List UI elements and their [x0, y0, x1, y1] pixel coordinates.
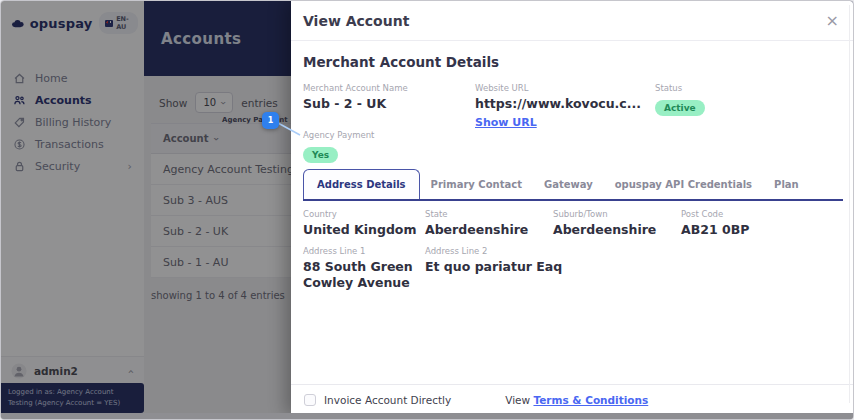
field-status: Status Active: [655, 83, 705, 116]
tab-gateway[interactable]: Gateway: [533, 171, 604, 199]
invoice-directly-label: Invoice Account Directly: [324, 394, 451, 406]
close-icon[interactable]: ×: [826, 13, 839, 29]
field-merchant-account-name: Merchant Account Name Sub - 2 - UK: [303, 83, 408, 111]
merchant-fields: Merchant Account Name Sub - 2 - UK Websi…: [303, 83, 843, 169]
field-value: AB21 0BP: [681, 222, 749, 237]
drawer-header: View Account ×: [291, 1, 854, 41]
section-title: Merchant Account Details: [303, 54, 843, 70]
field-value: https://www.kovocu.c...: [475, 96, 641, 111]
field-label: Status: [655, 83, 705, 93]
window-bottom-edge: [1, 413, 853, 419]
view-label: View: [505, 394, 530, 406]
agency-payment-badge: Yes: [303, 147, 338, 163]
field-label: Post Code: [681, 209, 749, 219]
field-label: Country: [303, 209, 416, 219]
terms-row: View Terms & Conditions: [505, 394, 648, 406]
field-value: Aberdeenshire: [425, 222, 528, 237]
status-badge: Active: [655, 100, 705, 116]
tab-opuspay-api-credentials[interactable]: opuspay API Credentials: [604, 171, 763, 199]
field-suburb-town: Suburb/Town Aberdeenshire: [553, 209, 656, 237]
tab-plan[interactable]: Plan: [763, 171, 810, 199]
field-value: Sub - 2 - UK: [303, 96, 408, 111]
field-website-url: Website URL https://www.kovocu.c... Show…: [475, 83, 641, 130]
tour-step-badge[interactable]: 1: [262, 112, 279, 129]
field-post-code: Post Code AB21 0BP: [681, 209, 749, 237]
view-account-drawer: View Account × Merchant Account Details …: [291, 1, 854, 415]
invoice-directly-checkbox[interactable]: [304, 394, 316, 406]
drawer-footer: Invoice Account Directly View Terms & Co…: [291, 384, 854, 415]
field-label: Address Line 1: [303, 246, 431, 256]
terms-conditions-link[interactable]: Terms & Conditions: [533, 394, 648, 406]
address-details-panel: Country United Kingdom State Aberdeenshi…: [303, 209, 843, 329]
field-country: Country United Kingdom: [303, 209, 416, 237]
drawer-scrollbar-track[interactable]: [849, 5, 850, 403]
show-url-link[interactable]: Show URL: [475, 116, 537, 129]
field-label: State: [425, 209, 528, 219]
field-label: Address Line 2: [425, 246, 562, 256]
field-value: United Kingdom: [303, 222, 416, 237]
field-label: Suburb/Town: [553, 209, 656, 219]
field-value: Et quo pariatur Eaq: [425, 259, 562, 274]
drawer-title: View Account: [303, 13, 409, 29]
tab-address-details[interactable]: Address Details: [303, 169, 420, 199]
field-address-line-2: Address Line 2 Et quo pariatur Eaq: [425, 246, 562, 274]
field-label: Agency Payment: [303, 130, 374, 140]
field-value: 88 South Green Cowley Avenue: [303, 259, 431, 292]
field-label: Website URL: [475, 83, 641, 93]
field-agency-payment: Agency Payment Yes: [303, 130, 374, 163]
field-label: Merchant Account Name: [303, 83, 408, 93]
tab-primary-contact[interactable]: Primary Contact: [420, 171, 533, 199]
drawer-tabs: Address Details Primary Contact Gateway …: [303, 169, 843, 201]
field-value: Aberdeenshire: [553, 222, 656, 237]
drawer-body: Merchant Account Details Merchant Accoun…: [291, 41, 854, 329]
app-window: opuspay EN-AU Home Accounts: [0, 0, 854, 420]
field-address-line-1: Address Line 1 88 South Green Cowley Ave…: [303, 246, 431, 292]
field-state: State Aberdeenshire: [425, 209, 528, 237]
